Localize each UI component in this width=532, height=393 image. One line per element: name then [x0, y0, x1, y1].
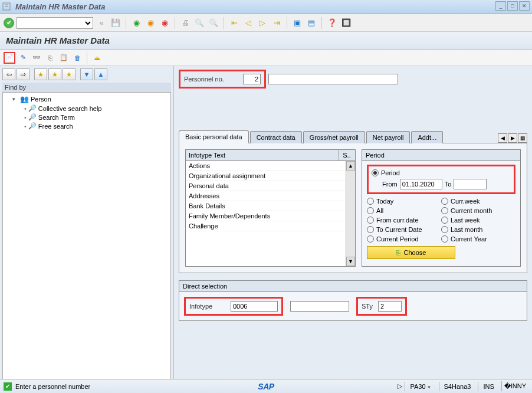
radio-icon[interactable] [367, 217, 374, 224]
from-to-row: From To [372, 178, 511, 191]
status-menu-icon[interactable]: �INNY [501, 381, 528, 391]
choose-button[interactable]: ⎘ Choose [367, 246, 455, 259]
display-icon[interactable]: 👓 [31, 52, 42, 64]
command-field[interactable] [17, 17, 93, 29]
radio-icon[interactable] [441, 198, 448, 205]
scroll-up-button[interactable]: ▲ [346, 161, 355, 171]
new-session-icon[interactable]: ▣ [291, 17, 303, 29]
minimize-button[interactable]: _ [495, 1, 506, 11]
table-row[interactable]: Family Member/Dependents [186, 211, 355, 221]
shortcut-icon[interactable]: ▤ [306, 17, 317, 29]
print-icon[interactable]: 🖨 [179, 17, 191, 29]
favorite2-button[interactable]: ★ [48, 68, 61, 80]
table-row[interactable]: Organizational assignment [186, 171, 355, 181]
nav-back-button[interactable]: ⇦ [2, 68, 15, 80]
period-groupbox: Period Period From To [362, 149, 521, 267]
from-date-input[interactable] [400, 179, 442, 189]
layout-icon[interactable]: 🔲 [340, 17, 352, 29]
help-icon[interactable]: ❓ [326, 17, 338, 29]
close-button[interactable]: ✕ [519, 1, 530, 11]
radio-today[interactable]: Today [367, 196, 441, 206]
table-row[interactable]: Challenge [186, 221, 355, 231]
back-icon[interactable]: ◉ [130, 17, 142, 29]
expand-button[interactable]: ▼ [80, 68, 93, 80]
delimit-icon[interactable]: 📋 [58, 52, 70, 64]
tab-scroll-right-button[interactable]: ▶ [508, 133, 517, 143]
radio-icon[interactable] [441, 235, 448, 243]
tab-contract-data[interactable]: Contract data [250, 131, 302, 143]
tab-additional[interactable]: Addt... [411, 131, 443, 143]
status-expand-icon[interactable]: ▷ [398, 382, 402, 390]
sap-logo: SAP [258, 382, 274, 391]
tree-root-person[interactable]: ▾ 👥 Person [4, 94, 169, 104]
last-page-icon[interactable]: ⇥ [271, 17, 283, 29]
overview-icon[interactable]: ⛰ [91, 52, 103, 64]
radio-period[interactable]: Period [372, 168, 511, 178]
table-row[interactable]: Bank Details [186, 201, 355, 211]
status-system[interactable]: S4Hana3 [439, 382, 476, 391]
scroll-down-button[interactable]: ▼ [346, 257, 355, 266]
collapse-toggle-icon[interactable]: ▾ [12, 96, 18, 102]
page-header: Maintain HR Master Data [0, 32, 532, 50]
edit-icon[interactable]: ✎ [17, 52, 29, 64]
nav-forward-button[interactable]: ⇨ [17, 68, 29, 80]
table-row[interactable]: Actions [186, 161, 355, 171]
radio-label: Curr.week [451, 198, 480, 205]
tab-basic-personal-data[interactable]: Basic personal data [179, 130, 249, 143]
favorite3-button[interactable]: ★ [63, 68, 75, 80]
collapse-button[interactable]: ▲ [94, 68, 107, 80]
infotype-status-header[interactable]: S.. [339, 150, 355, 161]
prev-page-icon[interactable]: ◁ [242, 17, 254, 29]
favorite1-button[interactable]: ★ [34, 68, 47, 80]
tab-scroll-left-button[interactable]: ◀ [498, 133, 507, 143]
radio-icon[interactable] [367, 198, 374, 205]
tab-list-button[interactable]: ▦ [518, 133, 527, 143]
find-next-icon[interactable]: 🔍 [208, 17, 219, 29]
radio-current-month[interactable]: Current month [441, 206, 515, 215]
radio-curr-week[interactable]: Curr.week [441, 196, 515, 206]
personnel-no-input[interactable] [243, 74, 261, 84]
tab-body: Infotype Text S.. Actions Organizational… [179, 143, 527, 273]
tree-item-search-term[interactable]: • 🔎 Search Term [4, 113, 169, 122]
maximize-button[interactable]: □ [507, 1, 518, 11]
status-tcode[interactable]: PA30▼ [405, 382, 436, 391]
copy-icon[interactable]: ⎘ [44, 52, 56, 64]
radio-from-curr-date[interactable]: From curr.date [367, 215, 441, 225]
tree-item-free-search[interactable]: • 🔎 Free search [4, 122, 169, 130]
radio-last-month[interactable]: Last month [441, 225, 515, 234]
save-icon[interactable]: 💾 [110, 17, 121, 29]
status-mode[interactable]: INS [478, 382, 498, 391]
delete-icon[interactable]: 🗑 [71, 52, 83, 64]
radio-icon[interactable] [367, 235, 374, 243]
tree-item-collective-search[interactable]: • 🔎 Collective search help [4, 104, 169, 113]
infotype-input[interactable] [231, 301, 278, 312]
first-page-icon[interactable]: ⇤ [228, 17, 240, 29]
infotype-text-header[interactable]: Infotype Text [186, 150, 339, 161]
radio-last-week[interactable]: Last week [441, 215, 515, 225]
radio-icon[interactable] [367, 226, 374, 233]
to-date-input[interactable] [454, 179, 487, 189]
find-icon[interactable]: 🔍 [193, 17, 205, 29]
radio-icon[interactable] [372, 169, 379, 176]
radio-to-current-date[interactable]: To Current Date [367, 225, 441, 234]
exit-icon[interactable]: ◉ [145, 17, 156, 29]
radio-icon[interactable] [441, 217, 448, 224]
create-icon[interactable]: 📄 [4, 52, 15, 64]
table-row[interactable]: Addresses [186, 191, 355, 201]
radio-icon[interactable] [441, 207, 448, 214]
binoculars-icon: 🔎 [28, 122, 37, 130]
radio-icon[interactable] [367, 207, 374, 214]
infotype-table: Infotype Text S.. Actions Organizational… [185, 149, 356, 267]
enter-button[interactable]: ✔ [4, 18, 14, 28]
radio-current-year[interactable]: Current Year [441, 234, 515, 244]
tab-net-payroll[interactable]: Net payroll [366, 131, 411, 143]
radio-icon[interactable] [441, 226, 448, 233]
table-row[interactable]: Personal data [186, 181, 355, 191]
vertical-scrollbar[interactable]: ▲ ▼ [346, 161, 355, 266]
radio-all[interactable]: All [367, 206, 441, 215]
cancel-icon[interactable]: ◉ [159, 17, 170, 29]
tab-gross-net-payroll[interactable]: Gross/net payroll [303, 131, 365, 143]
next-page-icon[interactable]: ▷ [257, 17, 268, 29]
sty-input[interactable] [378, 301, 402, 312]
radio-current-period[interactable]: Current Period [367, 234, 441, 244]
